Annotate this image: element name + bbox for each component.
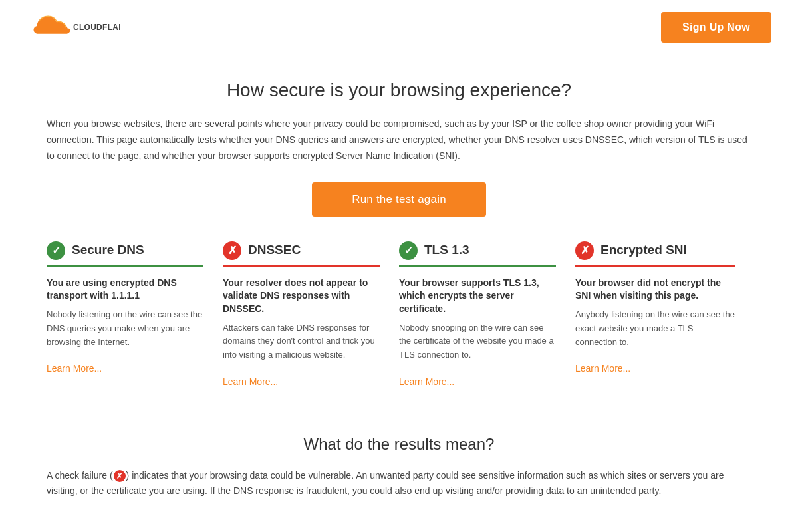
card-header-tls: ✓ TLS 1.3 [399,241,556,267]
svg-text:CLOUDFLARE: CLOUDFLARE [73,23,120,32]
results-section: What do the results mean? A check failur… [47,432,751,500]
card-title-encrypted-sni: Encrypted SNI [600,241,687,260]
card-subtitle-dnssec: Your resolver does not appear to validat… [223,277,380,316]
card-subtitle-tls: Your browser supports TLS 1.3, which enc… [399,277,556,316]
card-dnssec: ✗ DNSSEC Your resolver does not appear t… [223,241,399,405]
run-test-button[interactable]: Run the test again [312,182,486,217]
main-content: How secure is your browsing experience? … [20,55,778,531]
card-body-encrypted-sni: Anybody listening on the wire can see th… [575,308,735,349]
card-subtitle-encrypted-sni: Your browser did not encrypt the SNI whe… [575,277,735,303]
page-description: When you browse websites, there are seve… [47,116,751,164]
card-body-secure-dns: Nobody listening on the wire can see the… [47,308,203,349]
signup-button[interactable]: Sign Up Now [661,12,771,43]
pass-icon-secure-dns: ✓ [47,241,65,260]
cloudflare-logo: CLOUDFLARE [27,13,120,42]
cards-row: ✓ Secure DNS You are using encrypted DNS… [47,241,751,405]
logo-area: CLOUDFLARE [27,13,120,42]
page-title: How secure is your browsing experience? [47,76,751,104]
card-title-dnssec: DNSSEC [248,241,301,260]
card-body-dnssec: Attackers can fake DNS responses for dom… [223,321,380,362]
fail-icon-inline: ✗ [114,470,126,482]
pass-icon-tls: ✓ [399,241,418,260]
fail-icon-encrypted-sni: ✗ [575,241,594,260]
results-desc-after: ) indicates that your browsing data coul… [47,470,724,497]
learn-more-tls[interactable]: Learn More... [399,376,454,387]
learn-more-secure-dns[interactable]: Learn More... [47,363,102,374]
learn-more-encrypted-sni[interactable]: Learn More... [575,363,630,374]
card-header-encrypted-sni: ✗ Encrypted SNI [575,241,735,267]
card-tls: ✓ TLS 1.3 Your browser supports TLS 1.3,… [399,241,575,405]
card-header-dnssec: ✗ DNSSEC [223,241,380,267]
fail-icon-dnssec: ✗ [223,241,241,260]
header: CLOUDFLARE Sign Up Now [0,0,798,55]
results-title: What do the results mean? [47,432,751,456]
card-secure-dns: ✓ Secure DNS You are using encrypted DNS… [47,241,223,405]
card-body-tls: Nobody snooping on the wire can see the … [399,321,556,362]
card-encrypted-sni: ✗ Encrypted SNI Your browser did not enc… [575,241,751,405]
learn-more-dnssec[interactable]: Learn More... [223,376,278,387]
card-title-secure-dns: Secure DNS [72,241,144,260]
run-test-button-wrap: Run the test again [47,182,751,217]
card-title-tls: TLS 1.3 [424,241,469,260]
card-header-secure-dns: ✓ Secure DNS [47,241,203,267]
results-description: A check failure (✗) indicates that your … [47,468,751,500]
results-desc-before: A check failure ( [47,470,113,481]
card-subtitle-secure-dns: You are using encrypted DNS transport wi… [47,277,203,303]
